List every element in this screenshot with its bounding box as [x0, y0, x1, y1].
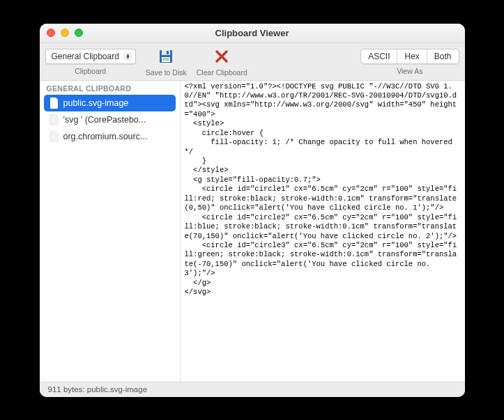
- statusbar: 911 bytes: public.svg-image: [40, 382, 465, 397]
- window-title: Clipboard Viewer: [40, 28, 465, 38]
- x-delete-icon: [213, 47, 231, 65]
- app-window: Clipboard Viewer General Clipboard ▲▼ Cl…: [40, 24, 465, 397]
- file-icon: [49, 98, 59, 109]
- content-text: <?xml version="1.0"?><!DOCTYPE svg PUBLI…: [185, 82, 461, 297]
- clipboard-dropdown-group: General Clipboard ▲▼ Clipboard: [45, 46, 136, 75]
- clipboard-dropdown[interactable]: General Clipboard ▲▼: [45, 49, 136, 64]
- titlebar[interactable]: Clipboard Viewer: [40, 24, 465, 43]
- save-label: Save to Disk: [146, 68, 187, 77]
- svg-rect-5: [163, 59, 169, 60]
- view-both-button[interactable]: Both: [427, 49, 459, 63]
- clear-label: Clear Clipboard: [197, 68, 247, 77]
- svg-rect-2: [167, 51, 169, 54]
- dropdown-chevron-icon: ▲▼: [123, 52, 132, 61]
- sidebar-item[interactable]: public.svg-image: [44, 95, 176, 111]
- view-as-group: ASCII Hex Both View As: [360, 46, 459, 75]
- traffic-lights: [47, 29, 83, 37]
- file-icon: [49, 131, 59, 142]
- minimize-window-button[interactable]: [61, 29, 69, 37]
- sidebar-item-label: 'svg ' (CorePastebo...: [63, 115, 146, 125]
- close-window-button[interactable]: [47, 29, 55, 37]
- view-hex-button[interactable]: Hex: [397, 49, 427, 63]
- sidebar-item[interactable]: org.chromium.sourc...: [40, 128, 180, 145]
- svg-rect-4: [163, 58, 169, 59]
- sidebar-item[interactable]: 'svg ' (CorePastebo...: [40, 111, 180, 128]
- main-area: GENERAL CLIPBOARD public.svg-image 'svg …: [40, 81, 465, 382]
- view-as-segmented: ASCII Hex Both: [360, 49, 459, 64]
- dropdown-label: Clipboard: [75, 67, 106, 75]
- save-to-disk-button[interactable]: Save to Disk: [146, 46, 187, 77]
- sidebar-item-label: public.svg-image: [63, 98, 129, 108]
- file-icon: [49, 114, 59, 125]
- sidebar-header: GENERAL CLIPBOARD: [40, 81, 180, 95]
- view-ascii-button[interactable]: ASCII: [361, 49, 397, 63]
- view-as-label: View As: [397, 67, 422, 75]
- status-text: 911 bytes: public.svg-image: [48, 385, 148, 394]
- svg-rect-1: [162, 50, 170, 55]
- content-area[interactable]: <?xml version="1.0"?><!DOCTYPE svg PUBLI…: [181, 81, 465, 382]
- sidebar: GENERAL CLIPBOARD public.svg-image 'svg …: [40, 81, 181, 382]
- clear-clipboard-button[interactable]: Clear Clipboard: [197, 46, 247, 77]
- maximize-window-button[interactable]: [75, 29, 83, 37]
- dropdown-value: General Clipboard: [52, 52, 119, 61]
- floppy-disk-icon: [157, 47, 175, 65]
- toolbar: General Clipboard ▲▼ Clipboard Save to D…: [40, 43, 465, 81]
- sidebar-item-label: org.chromium.sourc...: [63, 132, 148, 141]
